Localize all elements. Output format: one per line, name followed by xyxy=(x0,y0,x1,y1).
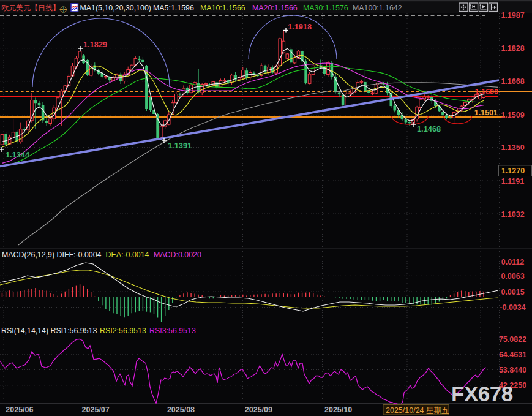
svg-text:MACD:0.0020: MACD:0.0020 xyxy=(154,251,201,259)
svg-text:欧元美元【日线】: 欧元美元【日线】 xyxy=(1,4,60,12)
svg-text:1.1350: 1.1350 xyxy=(501,143,524,152)
svg-text:0.0063: 0.0063 xyxy=(501,272,524,281)
svg-text:1.1829: 1.1829 xyxy=(83,40,107,49)
svg-text:2025/07: 2025/07 xyxy=(82,406,110,414)
svg-text:2025/10: 2025/10 xyxy=(324,406,352,414)
svg-text:64.4631: 64.4631 xyxy=(499,350,526,359)
svg-text:RSI(14,14,14) RSI1:56.9513: RSI(14,14,14) RSI1:56.9513 xyxy=(1,327,97,335)
svg-text:1.1344: 1.1344 xyxy=(6,150,30,159)
svg-text:1.1270: 1.1270 xyxy=(501,167,525,175)
svg-text:53.8440: 53.8440 xyxy=(499,366,526,374)
svg-text:2025/10/24 星期五: 2025/10/24 星期五 xyxy=(386,406,449,415)
svg-text:MA30:1.1576: MA30:1.1576 xyxy=(303,4,348,12)
svg-text:FX678: FX678 xyxy=(451,382,513,406)
svg-text:1.1391: 1.1391 xyxy=(168,141,192,150)
svg-text:75.0822: 75.0822 xyxy=(499,335,526,344)
svg-text:0.0015: 0.0015 xyxy=(501,288,524,297)
svg-text:1.1468: 1.1468 xyxy=(417,124,441,134)
svg-text:1.1918: 1.1918 xyxy=(288,22,312,31)
svg-text:-0.0034: -0.0034 xyxy=(500,303,525,312)
svg-text:MACD(26,12,9) DIFF:-0.0004: MACD(26,12,9) DIFF:-0.0004 xyxy=(2,251,102,259)
svg-text:RSI2:56.9513: RSI2:56.9513 xyxy=(100,327,146,335)
svg-text:1.1191: 1.1191 xyxy=(501,177,525,186)
svg-text:1.1668: 1.1668 xyxy=(501,77,524,86)
svg-text:2025/06: 2025/06 xyxy=(6,406,33,414)
svg-text:1.1501: 1.1501 xyxy=(474,108,498,117)
svg-text:2025/08: 2025/08 xyxy=(167,406,195,414)
svg-text:0.0112: 0.0112 xyxy=(501,258,525,267)
svg-text:MA1(5,10,20,30,100): MA1(5,10,20,30,100) xyxy=(80,4,151,12)
svg-text:MA100:1.1642: MA100:1.1642 xyxy=(353,4,402,12)
svg-text:DEA:-0.0014: DEA:-0.0014 xyxy=(106,251,149,259)
svg-text:1.1600: 1.1600 xyxy=(475,88,498,96)
svg-text:1.1509: 1.1509 xyxy=(501,111,524,119)
svg-text:1.1032: 1.1032 xyxy=(501,210,524,219)
svg-text:MA5:1.1596: MA5:1.1596 xyxy=(153,4,194,12)
svg-text:MA20:1.1566: MA20:1.1566 xyxy=(252,4,298,12)
svg-text:1.1828: 1.1828 xyxy=(501,44,524,53)
svg-text:2025/09: 2025/09 xyxy=(245,406,272,414)
svg-text:MA10:1.1566: MA10:1.1566 xyxy=(200,4,245,12)
svg-text:RSI3:56.9513: RSI3:56.9513 xyxy=(149,327,196,335)
svg-text:1.1987: 1.1987 xyxy=(501,11,524,20)
